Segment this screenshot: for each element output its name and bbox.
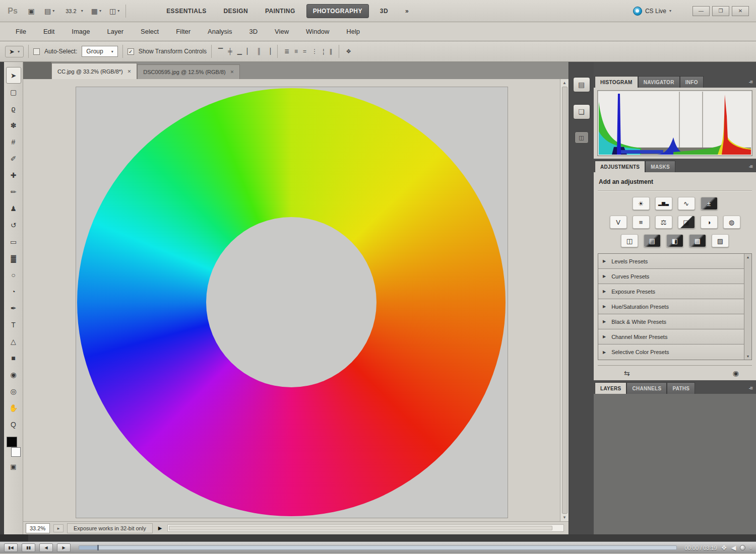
gradient-map-icon[interactable]: ▩	[689, 234, 706, 247]
align-top-edges-button[interactable]: ▔	[216, 48, 225, 55]
bridge-folder-icon[interactable]: ❏	[573, 104, 590, 119]
disclosure-triangle-icon[interactable]: ▶	[603, 289, 606, 294]
status-zoom-field[interactable]: 33.2%	[26, 523, 50, 533]
exposure-icon[interactable]: ±	[701, 197, 718, 210]
current-tool-preset[interactable]: ➤ ▾	[5, 46, 24, 57]
preset-levels[interactable]: ▶ Levels Presets	[598, 254, 744, 269]
rectangle-tool[interactable]: ■	[6, 350, 21, 366]
clip-to-layer-button[interactable]: ◉	[733, 369, 739, 377]
status-options-button[interactable]: ▸	[53, 524, 64, 532]
menu-layer[interactable]: Layer	[99, 28, 133, 35]
restore-button[interactable]: ❐	[712, 6, 729, 16]
preset-channel-mixer[interactable]: ▶ Channel Mixer Presets	[598, 329, 744, 344]
launch-bridge-button[interactable]: ▣	[24, 5, 38, 17]
align-left-edges-button[interactable]: ▏	[245, 48, 254, 55]
auto-align-layers-button[interactable]: ❖	[344, 48, 353, 55]
show-transform-checkbox[interactable]: ✓	[128, 48, 134, 55]
blur-tool[interactable]: ○	[6, 266, 21, 283]
tab-masks[interactable]: MASKS	[645, 161, 675, 172]
distribute-top-edges-button[interactable]: ≣	[282, 48, 291, 55]
horizontal-scrollbar[interactable]	[167, 524, 564, 532]
vibrance-icon[interactable]: V	[610, 216, 627, 229]
menu-file[interactable]: File	[7, 28, 35, 35]
distribute-right-edges-button[interactable]: ∥	[327, 48, 334, 55]
close-tab-icon[interactable]: ✕	[128, 69, 132, 74]
tab-channels[interactable]: CHANNELS	[626, 382, 667, 394]
curves-icon[interactable]: ∿	[678, 197, 695, 210]
preset-exposure[interactable]: ▶ Exposure Presets	[598, 284, 744, 299]
black-white-icon[interactable]: ◪	[678, 216, 695, 229]
align-vertical-centers-button[interactable]: ╪	[226, 48, 234, 55]
disclosure-triangle-icon[interactable]: ▶	[603, 319, 606, 324]
restart-button[interactable]: ▮◀	[4, 543, 18, 552]
lasso-tool[interactable]: ϱ	[6, 100, 21, 117]
workspace-photography[interactable]: PHOTOGRAPHY	[306, 4, 369, 18]
distribute-left-edges-button[interactable]: ⋮	[309, 48, 320, 55]
eraser-tool[interactable]: ▭	[6, 233, 21, 250]
align-horizontal-centers-button[interactable]: ║	[255, 48, 263, 55]
3d-object-rotate-tool[interactable]: ◉	[6, 366, 21, 383]
scroll-up-icon[interactable]: ▲	[746, 255, 750, 259]
presets-scrollbar[interactable]: ▲ ▼	[744, 254, 751, 360]
volume-knob[interactable]	[740, 545, 745, 550]
tab-adjustments[interactable]: ADJUSTMENTS	[595, 161, 645, 172]
workspace-design[interactable]: DESIGN	[218, 5, 254, 18]
scroll-down-icon[interactable]: ▼	[746, 355, 750, 358]
collapsed-panel-icon[interactable]: ◫	[575, 131, 589, 144]
path-selection-tool[interactable]: △	[6, 333, 21, 350]
fullscreen-icon[interactable]: ❖	[721, 544, 727, 551]
quick-mask-button[interactable]: ▣	[10, 463, 16, 470]
zoom-level-dropdown[interactable]: 33.2 ▾	[60, 5, 85, 17]
workspace-overflow-button[interactable]: »	[399, 5, 415, 18]
brightness-contrast-icon[interactable]: ☀	[633, 197, 650, 210]
workspace-3d[interactable]: 3D	[374, 5, 394, 18]
disclosure-triangle-icon[interactable]: ▶	[603, 304, 606, 309]
auto-select-dropdown[interactable]: Group ▾	[82, 46, 117, 57]
disclosure-triangle-icon[interactable]: ▶	[603, 259, 606, 263]
eyedropper-tool[interactable]: ✐	[6, 150, 21, 167]
switch-panel-view-button[interactable]: ⇆	[624, 369, 630, 377]
panel-menu-icon[interactable]: -≡	[749, 164, 752, 169]
threshold-icon[interactable]: ◧	[666, 234, 683, 247]
menu-image[interactable]: Image	[63, 28, 98, 35]
distribute-vertical-centers-button[interactable]: ≡	[292, 48, 300, 55]
spot-healing-brush-tool[interactable]: ✚	[6, 167, 21, 183]
align-bottom-edges-button[interactable]: ▁	[235, 48, 244, 55]
color-balance-icon[interactable]: ⚖	[655, 216, 672, 229]
hand-tool[interactable]: ✋	[6, 399, 21, 416]
vertical-scrollbar-thumb[interactable]	[562, 87, 568, 514]
brush-tool[interactable]: ✏	[6, 183, 21, 200]
invert-icon[interactable]: ◫	[621, 234, 638, 247]
arrange-documents-button[interactable]: ▦ ▾	[89, 5, 103, 17]
menu-edit[interactable]: Edit	[35, 28, 63, 35]
close-tab-icon[interactable]: ✕	[230, 70, 234, 75]
gradient-tool[interactable]: ▓	[6, 250, 21, 266]
tab-layers[interactable]: LAYERS	[595, 382, 626, 394]
preset-black-white[interactable]: ▶ Black & White Presets	[598, 314, 744, 329]
step-forward-button[interactable]: ▶	[57, 543, 71, 552]
selective-color-icon[interactable]: ▨	[712, 234, 729, 247]
hue-saturation-icon[interactable]: ≡	[633, 216, 650, 229]
auto-select-checkbox[interactable]	[33, 48, 40, 55]
quick-selection-tool[interactable]: ✽	[6, 117, 21, 133]
tab-paths[interactable]: PATHS	[667, 382, 695, 394]
menu-view[interactable]: View	[266, 28, 297, 35]
3d-camera-rotate-tool[interactable]: ◎	[6, 383, 21, 399]
document-canvas[interactable]	[76, 87, 508, 518]
pen-tool[interactable]: ✒	[6, 300, 21, 316]
zoom-tool[interactable]: Q	[6, 416, 21, 433]
disclosure-triangle-icon[interactable]: ▶	[603, 350, 606, 355]
photo-filter-icon[interactable]: ◑	[701, 216, 718, 229]
resize-icon[interactable]: ▫	[749, 544, 752, 551]
preset-hue-saturation[interactable]: ▶ Hue/Saturation Presets	[598, 299, 744, 314]
scroll-down-icon[interactable]: ▼	[562, 515, 566, 520]
rectangular-marquee-tool[interactable]: ▢	[6, 84, 21, 100]
background-color-swatch[interactable]	[11, 447, 21, 457]
menu-analysis[interactable]: Analysis	[199, 28, 240, 35]
document-tab-active[interactable]: CC.jpg @ 33.2% (RGB/8*) ✕	[51, 63, 137, 79]
minimize-button[interactable]: —	[692, 6, 710, 16]
volume-icon[interactable]: ◀	[731, 544, 736, 551]
scroll-up-icon[interactable]: ▲	[562, 81, 566, 85]
channel-mixer-icon[interactable]: ◍	[723, 216, 740, 229]
view-extras-button[interactable]: ▤ ▾	[42, 5, 56, 17]
